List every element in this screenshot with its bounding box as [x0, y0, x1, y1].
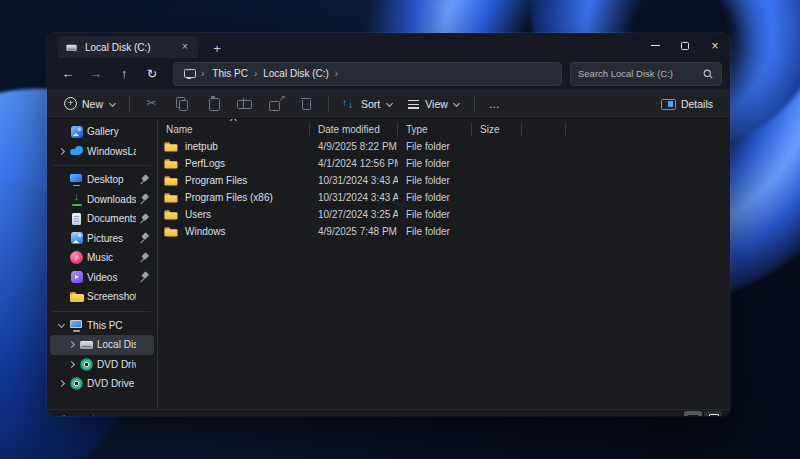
breadcrumb[interactable]: › This PC›Local Disk (C:)›	[173, 62, 562, 86]
file-date-modified: 4/9/2025 7:48 PM	[310, 226, 398, 237]
tab-close-icon[interactable]: ×	[178, 40, 192, 54]
folder-icon	[164, 174, 178, 188]
details-pane-label: Details	[681, 98, 713, 110]
file-name: Windows	[185, 226, 226, 237]
paste-icon[interactable]	[201, 92, 227, 116]
sidebar-item-label: DVD Drive (D:) C	[87, 378, 136, 389]
breadcrumb-item-local-disk-c[interactable]: Local Disk (C:)	[258, 66, 334, 81]
view-lines-icon	[407, 97, 420, 110]
chevron-down-icon	[453, 100, 461, 108]
command-bar: New Sort View … Details	[47, 89, 730, 119]
table-row[interactable]: PerfLogs 4/1/2024 12:56 PM File folder	[158, 155, 730, 172]
share-icon[interactable]	[263, 92, 289, 116]
file-type: File folder	[398, 192, 472, 203]
window-controls: ×	[640, 33, 730, 58]
breadcrumb-item-this-pc[interactable]: This PC	[207, 66, 253, 81]
chevron-icon[interactable]	[56, 379, 66, 389]
table-row[interactable]: Program Files (x86) 10/31/2024 3:43 AM F…	[158, 189, 730, 206]
chevron-icon[interactable]	[56, 320, 66, 330]
table-row[interactable]: Users 10/27/2024 3:25 AM File folder	[158, 206, 730, 223]
file-date-modified: 4/9/2025 8:22 PM	[310, 141, 398, 152]
chevron-icon[interactable]	[56, 146, 66, 156]
search-box[interactable]	[570, 62, 722, 86]
dvd-icon	[69, 376, 84, 391]
sidebar-item-desktop[interactable]: Desktop	[50, 170, 154, 190]
sidebar-item-label: This PC	[87, 320, 136, 331]
copy-icon[interactable]	[170, 92, 196, 116]
address-bar: ← → ↑ ↻ › This PC›Local Disk (C:)›	[47, 58, 730, 89]
table-row[interactable]: inetpub 4/9/2025 8:22 PM File folder	[158, 138, 730, 155]
navigation-pane: Gallery WindowsLatest Desktop Downloads …	[47, 119, 158, 409]
desktop-icon	[69, 172, 84, 187]
rename-icon[interactable]	[232, 92, 258, 116]
file-type: File folder	[398, 175, 472, 186]
column-header-date-modified[interactable]: Date modified	[310, 123, 398, 136]
music-icon	[69, 250, 84, 265]
sidebar-divider	[53, 165, 151, 166]
sidebar-item-dvd-drive-d[interactable]: DVD Drive (D:)	[50, 355, 154, 375]
sidebar-item-music[interactable]: Music	[50, 248, 154, 268]
downloads-icon	[69, 192, 84, 207]
column-header-type[interactable]: Type	[398, 123, 472, 136]
sidebar-item-videos[interactable]: Videos	[50, 268, 154, 288]
forward-button[interactable]: →	[83, 62, 109, 86]
sidebar-item-documents[interactable]: Documents	[50, 209, 154, 229]
view-button[interactable]: View	[400, 94, 468, 113]
sidebar-item-dvd-drive-d-c[interactable]: DVD Drive (D:) C	[50, 374, 154, 394]
view-button-label: View	[425, 98, 448, 110]
file-list-pane: Name Date modified Type Size inetpub 4/9…	[158, 119, 730, 409]
up-button[interactable]: ↑	[111, 62, 137, 86]
view-toggles	[684, 411, 722, 416]
chevron-icon[interactable]	[66, 359, 76, 369]
item-count: 6 items	[55, 413, 86, 417]
back-button[interactable]: ←	[55, 62, 81, 86]
details-pane-button[interactable]: Details	[653, 94, 720, 113]
sort-button[interactable]: Sort	[335, 94, 400, 113]
column-header-spacer	[522, 123, 566, 136]
toolbar-divider	[129, 96, 130, 112]
pin-icon	[139, 175, 149, 185]
table-row[interactable]: Program Files 10/31/2024 3:43 AM File fo…	[158, 172, 730, 189]
search-input[interactable]	[578, 68, 698, 79]
folder-icon	[164, 225, 178, 239]
file-type: File folder	[398, 158, 472, 169]
sidebar-item-windowslatest[interactable]: WindowsLatest	[50, 142, 154, 162]
file-name: Program Files	[185, 175, 247, 186]
sidebar-item-pictures[interactable]: Pictures	[50, 229, 154, 249]
sidebar-item-gallery[interactable]: Gallery	[50, 122, 154, 142]
chevron-icon[interactable]	[66, 340, 76, 350]
sidebar-item-screenshots[interactable]: Screenshots	[50, 287, 154, 307]
new-button[interactable]: New	[57, 94, 123, 113]
see-more-button[interactable]: …	[481, 96, 509, 112]
sidebar-item-local-disk-c[interactable]: Local Disk (C:)	[50, 335, 154, 355]
column-header-size[interactable]: Size	[472, 123, 522, 136]
maximize-icon	[681, 42, 689, 50]
delete-icon[interactable]	[294, 92, 320, 116]
column-header-name[interactable]: Name	[158, 123, 310, 136]
table-row[interactable]: Windows 4/9/2025 7:48 PM File folder	[158, 223, 730, 240]
sidebar-item-label: Screenshots	[87, 291, 136, 302]
tab-local-disk-c[interactable]: Local Disk (C:) ×	[58, 36, 198, 58]
disk-icon	[66, 41, 78, 53]
search-icon	[702, 68, 714, 80]
new-button-label: New	[82, 98, 103, 110]
refresh-button[interactable]: ↻	[139, 62, 165, 86]
tab-bar: Local Disk (C:) × + ×	[47, 33, 730, 58]
breadcrumb-chevron-icon: ›	[334, 68, 339, 79]
maximize-button[interactable]	[670, 33, 700, 58]
disk-icon	[79, 337, 94, 352]
close-button[interactable]: ×	[700, 33, 730, 58]
new-tab-button[interactable]: +	[206, 38, 228, 58]
large-icons-view-toggle[interactable]	[704, 411, 722, 416]
folder-icon	[164, 191, 178, 205]
cut-icon[interactable]	[139, 92, 165, 116]
tab-label: Local Disk (C:)	[85, 42, 172, 53]
sidebar-item-downloads[interactable]: Downloads	[50, 190, 154, 210]
this-pc-icon	[182, 67, 196, 80]
sidebar-item-this-pc[interactable]: This PC	[50, 316, 154, 336]
sidebar-item-label: Documents	[87, 213, 136, 224]
details-view-toggle[interactable]	[684, 411, 702, 416]
toolbar-divider	[328, 96, 329, 112]
sidebar-item-label: Desktop	[87, 174, 136, 185]
minimize-button[interactable]	[640, 33, 670, 58]
